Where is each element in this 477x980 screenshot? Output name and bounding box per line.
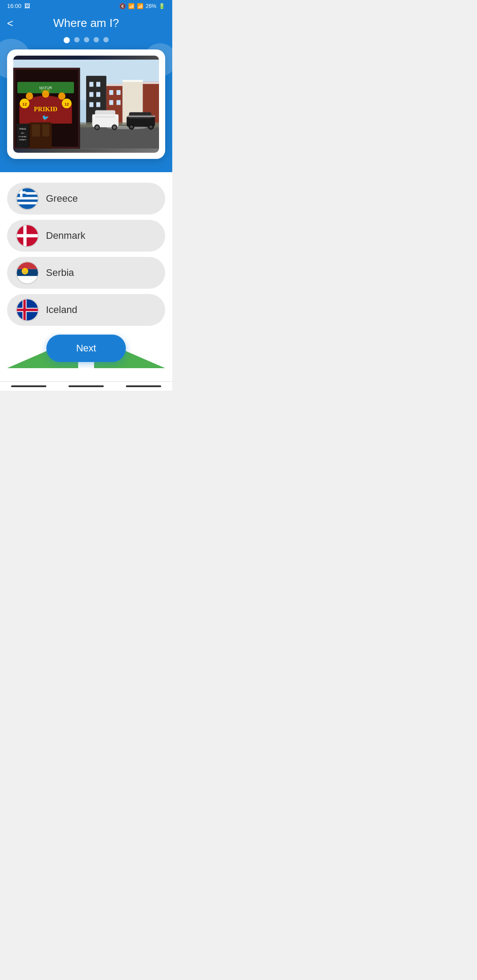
svg-point-50 <box>95 126 98 129</box>
svg-point-58 <box>149 125 152 128</box>
status-time: 16:00 <box>7 3 22 9</box>
svg-rect-73 <box>17 234 38 237</box>
option-serbia-label: Serbia <box>46 267 74 279</box>
option-greece[interactable]: Greece <box>7 183 165 215</box>
image-card: MATUR GOS ÖL PRIKIÐ 12 12 🐦 <box>7 49 165 159</box>
option-serbia[interactable]: 👑 Serbia <box>7 257 165 289</box>
svg-rect-13 <box>117 90 121 95</box>
svg-rect-17 <box>123 80 143 82</box>
battery-label: 26% <box>146 3 156 9</box>
svg-rect-75 <box>17 262 38 269</box>
svg-text:🐦: 🐦 <box>42 114 49 121</box>
svg-point-38 <box>58 92 66 100</box>
battery-icon: 🔋 <box>159 3 165 9</box>
nav-home[interactable] <box>68 385 104 387</box>
svg-text:👑: 👑 <box>22 269 27 274</box>
page-title: Where am I? <box>53 16 119 30</box>
flag-serbia: 👑 <box>16 261 39 284</box>
options-container: Greece Denmark <box>7 183 165 326</box>
nav-recent[interactable] <box>126 385 161 387</box>
green-wave: Next <box>7 333 165 368</box>
svg-rect-10 <box>89 102 93 107</box>
dot-2 <box>74 37 80 42</box>
svg-rect-9 <box>96 92 100 97</box>
status-bar: 16:00 🖼 🔇 📶 📶 26% 🔋 <box>0 0 172 12</box>
svg-rect-77 <box>17 276 38 283</box>
svg-rect-16 <box>106 84 123 86</box>
image-icon: 🖼 <box>24 3 30 9</box>
bottom-section: Next <box>0 333 172 381</box>
location-image: MATUR GOS ÖL PRIKIÐ 12 12 🐦 <box>13 56 159 153</box>
svg-text:12: 12 <box>64 102 69 106</box>
status-right: 🔇 📶 📶 26% 🔋 <box>119 3 165 9</box>
option-denmark-label: Denmark <box>46 230 85 241</box>
svg-text:GEÐABITI: GEÐABITI <box>19 139 26 141</box>
option-denmark[interactable]: Denmark <box>7 220 165 252</box>
svg-rect-14 <box>109 100 113 105</box>
back-button[interactable]: < <box>7 17 13 30</box>
svg-rect-6 <box>89 82 93 87</box>
svg-point-37 <box>42 90 49 98</box>
svg-rect-85 <box>17 309 38 311</box>
svg-rect-63 <box>17 197 38 200</box>
dot-1 <box>64 37 70 43</box>
status-left: 16:00 🖼 <box>7 3 30 9</box>
svg-rect-12 <box>109 90 113 95</box>
svg-rect-41 <box>42 124 49 137</box>
svg-text:1951: 1951 <box>21 132 24 134</box>
blue-section: MATUR GOS ÖL PRIKIÐ 12 12 🐦 <box>0 30 172 172</box>
mute-icon: 🔇 <box>119 3 126 9</box>
nav-bar <box>0 381 172 391</box>
svg-text:12: 12 <box>23 102 27 106</box>
svg-rect-15 <box>117 100 121 105</box>
svg-rect-8 <box>89 92 93 97</box>
dot-4 <box>94 37 99 42</box>
nav-back[interactable] <box>11 385 46 387</box>
svg-point-36 <box>26 92 33 100</box>
svg-rect-54 <box>129 112 151 119</box>
svg-rect-48 <box>95 110 115 118</box>
svg-text:NÝLAGAR: NÝLAGAR <box>19 136 26 138</box>
svg-point-52 <box>113 126 116 129</box>
flag-greece <box>16 187 39 210</box>
option-iceland-label: Iceland <box>46 304 77 316</box>
svg-rect-18 <box>143 82 159 84</box>
svg-rect-7 <box>96 82 100 87</box>
option-iceland[interactable]: Iceland <box>7 294 165 326</box>
app-header: < Where am I? <box>0 12 172 30</box>
flag-denmark <box>16 224 39 247</box>
svg-rect-60 <box>127 116 155 117</box>
wifi-icon: 📶 <box>128 3 135 9</box>
svg-rect-64 <box>17 202 38 204</box>
next-button[interactable]: Next <box>46 335 126 362</box>
progress-dots <box>7 37 165 43</box>
dot-3 <box>84 37 89 42</box>
svg-text:PRIKIÐ: PRIKIÐ <box>19 128 26 130</box>
svg-rect-59 <box>92 114 119 117</box>
svg-rect-40 <box>32 124 40 137</box>
signal-icon: 📶 <box>137 3 144 9</box>
svg-point-56 <box>130 125 133 128</box>
flag-iceland <box>16 298 39 321</box>
options-section: Greece Denmark <box>0 172 172 333</box>
next-button-container: Next <box>46 335 126 362</box>
svg-text:PRIKIÐ: PRIKIÐ <box>34 106 57 113</box>
option-greece-label: Greece <box>46 193 78 204</box>
svg-rect-11 <box>96 102 100 107</box>
dot-5 <box>103 37 109 42</box>
